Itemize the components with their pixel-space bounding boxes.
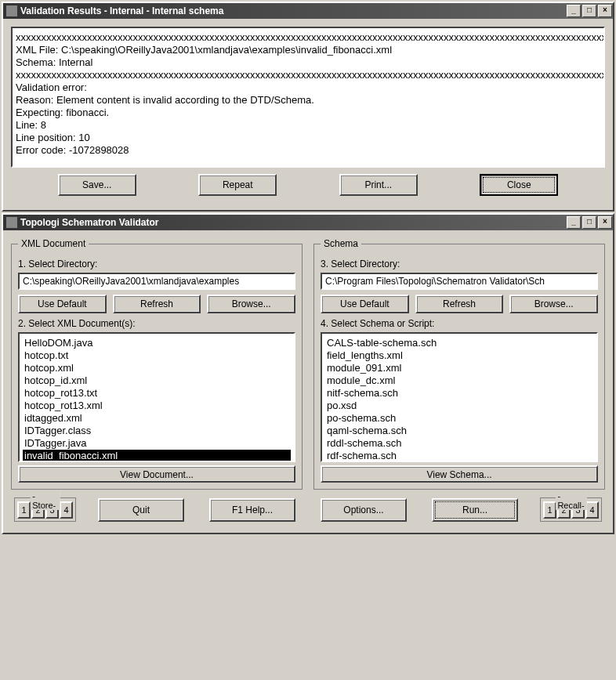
list-item[interactable]: idtagged.xml — [23, 412, 291, 425]
minimize-button[interactable]: _ — [567, 216, 581, 229]
step2-label: 2. Select XML Document(s): — [18, 318, 295, 329]
list-item[interactable]: rddl-schema.sch — [325, 437, 593, 450]
validation-text-panel[interactable]: xxxxxxxxxxxxxxxxxxxxxxxxxxxxxxxxxxxxxxxx… — [11, 27, 605, 168]
app-icon — [6, 217, 17, 228]
list-item[interactable]: qaml-schema.sch — [325, 425, 593, 437]
app-icon — [6, 5, 17, 16]
titlebar[interactable]: Topologi Schematron Validator _ □ × — [3, 215, 613, 230]
maximize-button[interactable]: □ — [582, 5, 596, 17]
validation-text: xxxxxxxxxxxxxxxxxxxxxxxxxxxxxxxxxxxxxxxx… — [16, 31, 605, 156]
list-item[interactable]: hotcop.xml — [23, 362, 291, 374]
list-item[interactable]: po-schema.sch — [325, 412, 593, 425]
schema-group-legend: Schema — [321, 238, 361, 249]
close-window-button[interactable]: × — [598, 216, 612, 229]
close-button[interactable]: Close — [480, 174, 558, 196]
maximize-button[interactable]: □ — [582, 216, 596, 229]
xml-refresh-button[interactable]: Refresh — [113, 295, 201, 313]
window-title: Validation Results - Internal - Internal… — [20, 5, 566, 16]
list-item[interactable]: rdf-schema.sch — [325, 450, 593, 462]
schema-group: Schema 3. Select Directory: Use Default … — [313, 238, 605, 490]
step4-label: 4. Select Schema or Script: — [321, 318, 598, 329]
store-label: -Store- — [30, 491, 60, 510]
list-item[interactable]: invalid_fibonacci.xml — [23, 450, 291, 462]
list-item[interactable]: IDTagger.class — [23, 425, 291, 437]
schema-browse-button[interactable]: Browse... — [509, 295, 598, 313]
list-item[interactable]: IDTagger.java — [23, 437, 291, 450]
list-item[interactable]: module_dc.xml — [325, 374, 593, 387]
list-item[interactable]: field_lengths.xml — [325, 349, 593, 362]
list-item[interactable]: po.xsd — [325, 400, 593, 412]
save-button[interactable]: Save... — [58, 174, 136, 196]
xml-directory-input[interactable] — [18, 273, 295, 290]
quit-button[interactable]: Quit — [98, 498, 184, 522]
list-item[interactable]: hotcop.txt — [23, 349, 291, 362]
close-window-button[interactable]: × — [598, 5, 612, 17]
schematron-validator-window: Topologi Schematron Validator _ □ × XML … — [2, 213, 614, 534]
schema-refresh-button[interactable]: Refresh — [415, 295, 504, 313]
view-document-button[interactable]: View Document... — [18, 465, 295, 483]
xml-document-listbox[interactable]: HelloDOM.javahotcop.txthotcop.xmlhotcop_… — [18, 332, 295, 462]
view-schema-button[interactable]: View Schema... — [321, 465, 598, 483]
recall-slot-4[interactable]: 4 — [585, 501, 599, 519]
store-slot-1[interactable]: 1 — [17, 501, 31, 519]
xml-use-default-button[interactable]: Use Default — [18, 295, 107, 313]
recall-label: -Recall- — [555, 491, 586, 510]
options-button[interactable]: Options... — [321, 498, 407, 522]
help-button[interactable]: F1 Help... — [209, 498, 295, 522]
xml-document-group: XML Document 1. Select Directory: Use De… — [11, 238, 303, 490]
list-item[interactable]: module_091.xml — [325, 362, 593, 374]
store-group: -Store- 1234 — [14, 497, 76, 522]
print-button[interactable]: Print... — [339, 174, 418, 196]
schema-use-default-button[interactable]: Use Default — [321, 295, 409, 313]
xml-group-legend: XML Document — [18, 238, 89, 249]
schema-directory-input[interactable] — [321, 273, 598, 290]
recall-group: -Recall- 1234 — [540, 497, 602, 522]
step1-label: 1. Select Directory: — [18, 259, 295, 269]
list-item[interactable]: nitf-schema.sch — [325, 387, 593, 400]
step3-label: 3. Select Directory: — [321, 259, 598, 269]
validation-results-window: Validation Results - Internal - Internal… — [2, 2, 614, 212]
run-button[interactable]: Run... — [432, 498, 518, 522]
xml-browse-button[interactable]: Browse... — [207, 295, 295, 313]
list-item[interactable]: HelloDOM.java — [23, 337, 291, 349]
store-slot-4[interactable]: 4 — [60, 501, 73, 519]
repeat-button[interactable]: Repeat — [198, 174, 277, 196]
minimize-button[interactable]: _ — [567, 5, 581, 17]
list-item[interactable]: CALS-table-schema.sch — [325, 337, 593, 349]
schema-listbox[interactable]: CALS-table-schema.schfield_lengths.xmlmo… — [321, 332, 598, 462]
list-item[interactable]: hotcop_rot13.txt — [23, 387, 291, 400]
list-item[interactable]: hotcop_rot13.xml — [23, 400, 291, 412]
list-item[interactable]: hotcop_id.xml — [23, 374, 291, 387]
titlebar[interactable]: Validation Results - Internal - Internal… — [3, 3, 613, 19]
window-title: Topologi Schematron Validator — [20, 217, 566, 228]
